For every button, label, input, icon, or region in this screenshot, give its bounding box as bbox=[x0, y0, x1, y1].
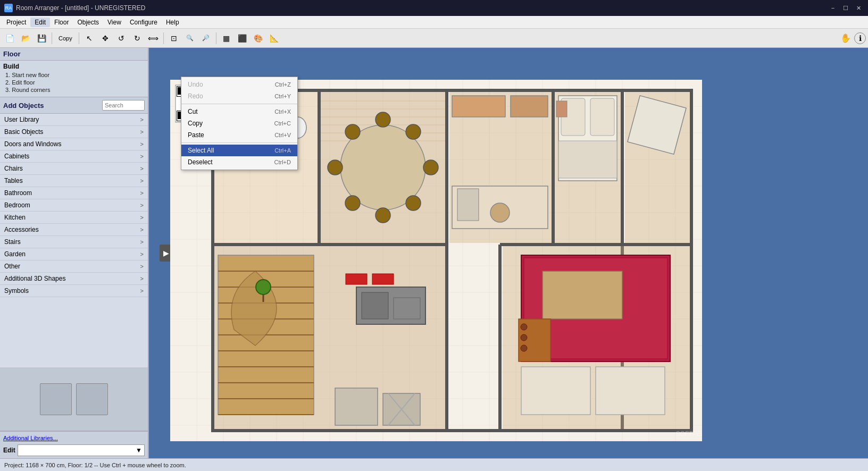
zoom-in-button[interactable]: 🔍 bbox=[182, 31, 197, 46]
category-label: Additional 3D Shapes bbox=[4, 275, 65, 282]
svg-rect-105 bbox=[346, 274, 367, 284]
svg-rect-107 bbox=[335, 388, 378, 425]
menu-objects[interactable]: Objects bbox=[73, 18, 103, 27]
svg-rect-114 bbox=[521, 367, 590, 415]
category-chairs[interactable]: Chairs > bbox=[0, 163, 148, 175]
select-button[interactable]: ↖ bbox=[82, 31, 97, 46]
category-label: Bathroom bbox=[4, 189, 32, 197]
category-bedroom[interactable]: Bedroom > bbox=[0, 199, 148, 212]
svg-point-119 bbox=[521, 345, 527, 351]
category-symbols[interactable]: Symbols > bbox=[0, 285, 148, 297]
select-all-shortcut: Ctrl+A bbox=[274, 147, 291, 154]
category-arrow: > bbox=[140, 129, 144, 135]
mirror-button[interactable]: ⟺ bbox=[146, 31, 161, 46]
category-doors-windows[interactable]: Doors and Windows > bbox=[0, 138, 148, 150]
menu-sep-1 bbox=[181, 104, 297, 104]
menu-edit[interactable]: Edit bbox=[30, 18, 50, 27]
open-button[interactable]: 📂 bbox=[18, 31, 33, 46]
minimize-button[interactable]: − bbox=[828, 3, 838, 13]
category-label: Bedroom bbox=[4, 201, 30, 209]
menu-view[interactable]: View bbox=[103, 18, 126, 27]
build-steps: 1. Start new floor 2. Edit floor 3. Roun… bbox=[3, 70, 145, 95]
category-label: Accessories bbox=[4, 226, 39, 233]
thumbnail-1 bbox=[40, 383, 72, 415]
menu-cut[interactable]: Cut Ctrl+X bbox=[181, 106, 297, 117]
additional-libraries-link[interactable]: Additional Libraries... bbox=[3, 434, 145, 442]
menu-select-all[interactable]: Select All Ctrl+A bbox=[181, 145, 297, 156]
edit-dropdown[interactable]: ▼ bbox=[18, 444, 145, 456]
rotate-right-button[interactable]: ↻ bbox=[130, 31, 145, 46]
status-bar: Project: 1168 × 700 cm, Floor: 1/2 -- Us… bbox=[0, 458, 868, 471]
copy-label: Copy bbox=[188, 120, 203, 127]
move-button[interactable]: ✥ bbox=[98, 31, 113, 46]
svg-point-117 bbox=[521, 324, 527, 330]
main-layout: Floor Build 1. Start new floor 2. Edit f… bbox=[0, 48, 868, 458]
category-stairs[interactable]: Stairs > bbox=[0, 236, 148, 248]
menu-project[interactable]: Project bbox=[2, 18, 30, 27]
category-other[interactable]: Other > bbox=[0, 260, 148, 273]
svg-rect-113 bbox=[542, 271, 622, 319]
category-arrow: > bbox=[140, 214, 144, 221]
category-label: User Library bbox=[4, 116, 39, 123]
redo-shortcut: Ctrl+Y bbox=[274, 93, 291, 99]
category-tables[interactable]: Tables > bbox=[0, 175, 148, 187]
svg-rect-78 bbox=[452, 96, 505, 117]
categories-list: User Library > Basic Objects > Doors and… bbox=[0, 114, 148, 367]
category-label: Garden bbox=[4, 250, 26, 258]
category-label: Chairs bbox=[4, 165, 23, 172]
svg-rect-84 bbox=[556, 101, 567, 117]
category-label: Kitchen bbox=[4, 214, 26, 221]
build-step-1[interactable]: 1. Start new floor bbox=[3, 71, 145, 79]
info-button[interactable]: ℹ bbox=[854, 32, 866, 44]
save-button[interactable]: 💾 bbox=[34, 31, 49, 46]
menu-redo[interactable]: Redo Ctrl+Y bbox=[181, 90, 297, 102]
menu-sep-2 bbox=[181, 142, 297, 143]
measure-button[interactable]: 📐 bbox=[267, 31, 282, 46]
menu-configure[interactable]: Configure bbox=[126, 18, 162, 27]
category-additional-3d[interactable]: Additional 3D Shapes > bbox=[0, 273, 148, 285]
zoom-fit-button[interactable]: ⊡ bbox=[166, 31, 181, 46]
build-step-3[interactable]: 3. Round corners bbox=[3, 86, 145, 94]
svg-rect-82 bbox=[590, 98, 614, 136]
close-button[interactable]: ✕ bbox=[853, 3, 864, 13]
render-button[interactable]: 🎨 bbox=[251, 31, 266, 46]
menu-help[interactable]: Help bbox=[162, 18, 183, 27]
status-text: Project: 1168 × 700 cm, Floor: 1/2 -- Us… bbox=[4, 462, 186, 468]
category-arrow: > bbox=[140, 141, 144, 147]
category-basic-objects[interactable]: Basic Objects > bbox=[0, 126, 148, 138]
hand-tool-button[interactable]: ✋ bbox=[838, 31, 853, 46]
menu-undo[interactable]: Undo Ctrl+Z bbox=[181, 79, 297, 90]
new-button[interactable]: 📄 bbox=[2, 31, 17, 46]
window-controls: − ☐ ✕ bbox=[828, 3, 864, 13]
svg-point-71 bbox=[375, 208, 390, 223]
menu-copy[interactable]: Copy Ctrl+C bbox=[181, 117, 297, 129]
maximize-button[interactable]: ☐ bbox=[840, 3, 851, 13]
build-step-2[interactable]: 2. Edit floor bbox=[3, 79, 145, 86]
category-accessories[interactable]: Accessories > bbox=[0, 224, 148, 236]
menu-floor[interactable]: Floor bbox=[50, 18, 73, 27]
view-3d-button[interactable]: ⬛ bbox=[235, 31, 250, 46]
svg-point-74 bbox=[345, 124, 360, 139]
svg-point-72 bbox=[328, 160, 343, 175]
category-user-library[interactable]: User Library > bbox=[0, 114, 148, 126]
thumbnail-area bbox=[0, 367, 148, 431]
category-bathroom[interactable]: Bathroom > bbox=[0, 187, 148, 199]
svg-rect-115 bbox=[596, 367, 665, 415]
undo-shortcut: Ctrl+Z bbox=[275, 81, 291, 88]
category-label: Cabinets bbox=[4, 153, 29, 160]
rotate-left-button[interactable]: ↺ bbox=[114, 31, 129, 46]
category-kitchen[interactable]: Kitchen > bbox=[0, 212, 148, 224]
menu-paste[interactable]: Paste Ctrl+V bbox=[181, 129, 297, 141]
view-2d-button[interactable]: ▦ bbox=[219, 31, 234, 46]
category-arrow: > bbox=[140, 190, 144, 196]
copy-toolbar-button[interactable]: Copy bbox=[55, 31, 76, 46]
category-cabinets[interactable]: Cabinets > bbox=[0, 150, 148, 163]
category-arrow: > bbox=[140, 263, 144, 270]
category-arrow: > bbox=[140, 153, 144, 159]
dropdown-arrow-icon: ▼ bbox=[136, 447, 142, 454]
search-input[interactable] bbox=[102, 100, 145, 111]
canvas-area[interactable]: ▶ bbox=[149, 48, 868, 458]
zoom-out-button[interactable]: 🔎 bbox=[198, 31, 213, 46]
menu-deselect[interactable]: Deselect Ctrl+D bbox=[181, 156, 297, 168]
category-garden[interactable]: Garden > bbox=[0, 248, 148, 260]
